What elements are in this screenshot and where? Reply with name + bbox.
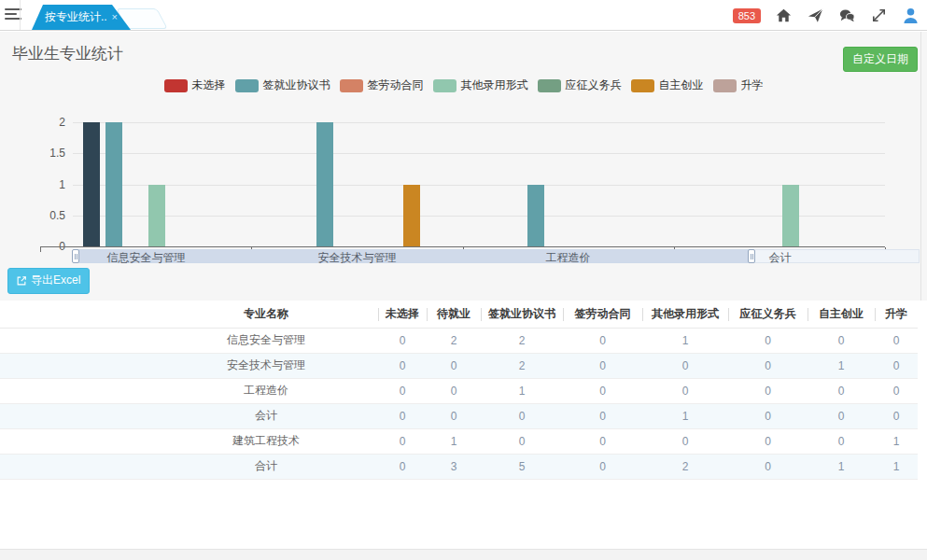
table-row: 安全技术与管理00200010 xyxy=(0,353,918,378)
send-icon[interactable] xyxy=(807,7,824,24)
value-cell: 0 xyxy=(563,328,642,353)
table-header-row: 专业名称未选择待就业签就业协议书签劳动合同其他录用形式应征义务兵自主创业升学 xyxy=(0,301,918,328)
value-cell: 0 xyxy=(427,378,481,403)
chart-legend: 未选择签就业协议书签劳动合同其他录用形式应征义务兵自主创业升学 xyxy=(0,77,927,93)
value-cell: 0 xyxy=(808,428,875,454)
legend-label: 其他录用形式 xyxy=(461,77,528,93)
legend-item[interactable]: 升学 xyxy=(713,77,764,93)
value-cell: 3 xyxy=(427,454,481,479)
legend-item[interactable]: 未选择 xyxy=(164,77,226,93)
x-axis-category-label: 信息安全与管理 xyxy=(107,250,186,266)
value-cell: 0 xyxy=(728,328,808,353)
legend-item[interactable]: 自主创业 xyxy=(631,77,704,93)
value-cell: 2 xyxy=(642,454,728,479)
value-cell: 1 xyxy=(808,353,875,378)
export-label: 导出Excel xyxy=(31,273,80,288)
chart-bar[interactable] xyxy=(105,122,122,246)
fullscreen-icon[interactable] xyxy=(870,7,888,24)
value-cell: 0 xyxy=(728,378,808,403)
chart-bar[interactable] xyxy=(782,185,799,247)
legend-item[interactable]: 其他录用形式 xyxy=(433,77,528,93)
value-cell: 0 xyxy=(378,328,427,353)
value-cell: 0 xyxy=(563,353,642,378)
major-name-cell: 合计 xyxy=(0,454,378,479)
legend-swatch xyxy=(631,79,654,92)
table-row: 信息安全与管理02201000 xyxy=(0,328,918,353)
legend-swatch xyxy=(164,79,188,92)
value-cell: 0 xyxy=(378,428,427,454)
legend-label: 应征义务兵 xyxy=(566,77,622,93)
value-cell: 0 xyxy=(427,353,481,378)
value-cell: 0 xyxy=(875,328,918,353)
table-row: 建筑工程技术01000001 xyxy=(0,428,918,454)
custom-date-button[interactable]: 自定义日期 xyxy=(843,47,918,72)
grid-line xyxy=(73,122,885,123)
user-avatar[interactable] xyxy=(902,7,920,24)
table-row: 工程造价00100000 xyxy=(0,378,918,403)
value-cell: 2 xyxy=(427,328,481,353)
table-row: 会计00001000 xyxy=(0,403,918,428)
datazoom-handle[interactable] xyxy=(748,249,755,263)
chart-bar[interactable] xyxy=(83,122,100,246)
y-axis-label: 1.5 xyxy=(26,147,65,160)
grid-line xyxy=(73,185,885,186)
major-name-cell: 安全技术与管理 xyxy=(0,353,378,378)
home-icon[interactable] xyxy=(775,7,793,24)
topbar-actions: 853 xyxy=(733,0,920,31)
value-cell: 0 xyxy=(378,403,427,428)
tab-label: 按专业统计.. xyxy=(45,9,107,25)
legend-swatch xyxy=(340,79,363,92)
chart-bar[interactable] xyxy=(316,122,333,246)
value-cell: 5 xyxy=(481,454,563,479)
major-name-cell: 信息安全与管理 xyxy=(0,328,378,353)
tab-close-icon[interactable]: × xyxy=(112,12,118,22)
notification-badge[interactable]: 853 xyxy=(733,8,761,23)
chart-bar[interactable] xyxy=(403,185,420,247)
value-cell: 2 xyxy=(481,353,563,378)
statistics-table: 专业名称未选择待就业签就业协议书签劳动合同其他录用形式应征义务兵自主创业升学 信… xyxy=(0,301,918,480)
legend-item[interactable]: 签劳动合同 xyxy=(340,77,424,93)
legend-label: 升学 xyxy=(741,77,764,93)
value-cell: 0 xyxy=(427,403,481,428)
value-cell: 0 xyxy=(808,378,875,403)
value-cell: 0 xyxy=(642,428,728,454)
column-header: 待就业 xyxy=(427,301,481,328)
value-cell: 0 xyxy=(728,353,808,378)
column-header: 升学 xyxy=(875,301,918,328)
value-cell: 1 xyxy=(481,378,563,403)
tab-major-statistics[interactable]: 按专业统计.. × xyxy=(32,5,131,30)
legend-swatch xyxy=(235,79,259,92)
value-cell: 0 xyxy=(728,403,808,428)
column-header: 其他录用形式 xyxy=(642,301,728,328)
legend-item[interactable]: 应征义务兵 xyxy=(538,77,622,93)
grid-line xyxy=(73,153,885,154)
value-cell: 0 xyxy=(875,353,918,378)
value-cell: 0 xyxy=(642,378,728,403)
datazoom-slider[interactable] xyxy=(75,249,920,263)
datazoom-handle[interactable] xyxy=(72,249,79,263)
chart-bar[interactable] xyxy=(148,185,165,247)
legend-item[interactable]: 签就业协议书 xyxy=(235,77,330,93)
legend-label: 自主创业 xyxy=(659,77,704,93)
legend-swatch xyxy=(713,79,737,92)
x-axis-category-label: 工程造价 xyxy=(546,250,591,266)
value-cell: 0 xyxy=(563,378,642,403)
chart-bar[interactable] xyxy=(527,185,544,247)
messages-icon[interactable] xyxy=(838,7,856,24)
grid-line xyxy=(73,216,885,217)
value-cell: 0 xyxy=(642,353,728,378)
major-name-cell: 工程造价 xyxy=(0,378,378,403)
statistics-table-section: 专业名称未选择待就业签就业协议书签劳动合同其他录用形式应征义务兵自主创业升学 信… xyxy=(0,301,927,549)
y-axis-label: 0.5 xyxy=(26,209,65,222)
value-cell: 0 xyxy=(378,378,427,403)
value-cell: 0 xyxy=(875,403,918,428)
table-row: 合计03502011 xyxy=(0,454,918,479)
topbar-divider xyxy=(20,0,21,30)
value-cell: 0 xyxy=(808,403,875,428)
value-cell: 0 xyxy=(728,454,808,479)
legend-label: 签劳动合同 xyxy=(368,77,424,93)
column-header: 自主创业 xyxy=(808,301,875,328)
major-name-cell: 会计 xyxy=(0,403,378,428)
value-cell: 0 xyxy=(481,428,563,454)
export-excel-button[interactable]: 导出Excel xyxy=(7,268,90,294)
